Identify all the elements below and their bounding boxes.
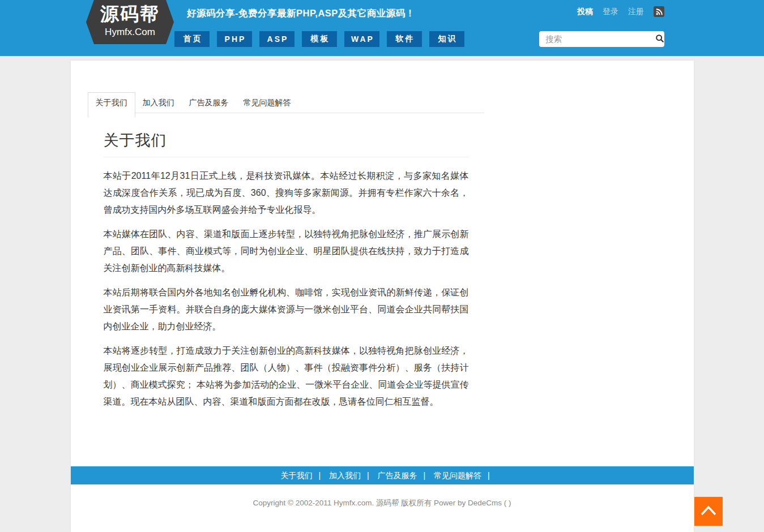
search-icon	[655, 34, 664, 45]
nav-item-php[interactable]: PHP	[217, 31, 252, 47]
about-tabs: 关于我们 加入我们 广告及服务 常见问题解答	[88, 92, 484, 117]
tab-join-us[interactable]: 加入我们	[135, 92, 182, 113]
tabs-underline	[88, 113, 484, 113]
site-logo[interactable]: 源码帮 Hymfx.Com	[86, 0, 174, 44]
site-logo-subtitle: Hymfx.Com	[86, 27, 174, 38]
article-paragraph: 本站将逐步转型，打造成致力于关注创新创业的高新科技媒体，以独特视角把脉创业经济，…	[104, 342, 469, 410]
site-logo-title: 源码帮	[86, 2, 174, 27]
search-button[interactable]	[655, 31, 664, 47]
content-card: 关于我们 加入我们 广告及服务 常见问题解答 关于我们 本站于2011年12月3…	[71, 61, 694, 532]
nav-item-asp[interactable]: ASP	[259, 31, 294, 47]
login-link[interactable]: 登录	[603, 7, 618, 17]
footer-separator: |	[367, 471, 369, 480]
footer-nav-bar: 关于我们| 加入我们| 广告及服务| 常见问题解答|	[71, 466, 694, 484]
nav-item-software[interactable]: 软件	[387, 31, 422, 47]
about-article: 关于我们 本站于2011年12月31日正式上线，是科技资讯媒体。本站经过长期积淀…	[104, 132, 469, 410]
footer-separator: |	[488, 471, 490, 480]
footer-link-join[interactable]: 加入我们	[329, 471, 361, 480]
footer-separator: |	[423, 471, 425, 480]
nav-item-wap[interactable]: WAP	[344, 31, 379, 47]
nav-item-knowledge[interactable]: 知识	[429, 31, 464, 47]
footer-link-faq[interactable]: 常见问题解答	[434, 471, 481, 480]
footer-link-about[interactable]: 关于我们	[280, 471, 312, 480]
register-link[interactable]: 注册	[628, 7, 644, 17]
tab-ads-services[interactable]: 广告及服务	[182, 92, 236, 113]
user-links: 投稿 登录 注册	[577, 6, 664, 17]
submit-link[interactable]: 投稿	[577, 7, 593, 17]
footer-separator: |	[318, 471, 321, 480]
article-paragraph: 本站媒体在团队、内容、渠道和版面上逐步转型，以独特视角把脉创业经济，推广展示创新…	[104, 226, 469, 277]
footer-link-ads[interactable]: 广告及服务	[377, 471, 417, 480]
article-paragraph: 本站后期将联合国内外各地知名创业孵化机构、咖啡馆，实现创业资讯的新鲜传递，保证创…	[104, 284, 469, 335]
nav-item-home[interactable]: 首页	[174, 31, 210, 47]
back-to-top-button[interactable]	[694, 497, 723, 526]
search-box	[539, 31, 664, 47]
site-tagline: 好源码分享-免费分享最新PHP,ASP及其它商业源码！	[187, 7, 415, 20]
article-paragraph: 本站于2011年12月31日正式上线，是科技资讯媒体。本站经过长期积淀，与多家知…	[104, 168, 469, 218]
main-nav: 首页 PHP ASP 模板 WAP 软件 知识	[174, 31, 464, 47]
tab-about-us[interactable]: 关于我们	[88, 92, 135, 117]
search-input[interactable]	[539, 31, 655, 47]
rss-icon[interactable]	[654, 6, 664, 17]
site-header: 源码帮 Hymfx.Com 好源码分享-免费分享最新PHP,ASP及其它商业源码…	[0, 0, 764, 56]
chevron-up-icon	[698, 505, 719, 518]
tab-faq[interactable]: 常见问题解答	[236, 92, 298, 113]
nav-item-template[interactable]: 模板	[302, 31, 337, 47]
page-title: 关于我们	[104, 132, 469, 157]
copyright-text: Copyright © 2002-2011 Hymfx.com. 源码帮 版权所…	[71, 498, 694, 508]
page: 源码帮 Hymfx.Com 好源码分享-免费分享最新PHP,ASP及其它商业源码…	[0, 0, 764, 532]
